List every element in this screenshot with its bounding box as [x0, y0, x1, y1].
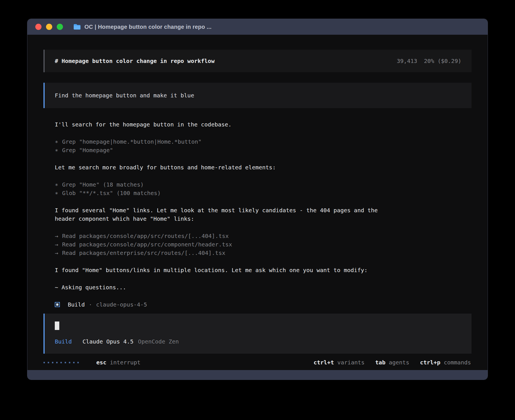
status-bar: esc interrupt ctrl+t variants tab agents…	[43, 358, 472, 367]
tool-call-group: ∗ Grep "homepage|home.*button|Home.*butt…	[55, 137, 472, 154]
tool-call-line: → Read packages/console/app/src/componen…	[55, 240, 472, 249]
task-square-icon	[55, 302, 60, 307]
agent-name: Build	[68, 300, 85, 309]
asterisk-icon: ∗	[55, 146, 62, 154]
tool-call-line: ∗ Glob "**/*.tsx" (100 matches)	[55, 189, 472, 197]
asterisk-icon: ∗	[55, 180, 62, 189]
separator-dot: ·	[89, 300, 92, 309]
status-bar-left: esc interrupt	[43, 358, 141, 367]
assistant-paragraph: I found several "Home" links. Let me loo…	[55, 206, 472, 223]
shortcut-variants: ctrl+t variants	[313, 358, 365, 367]
esc-key-hint: esc	[96, 358, 106, 367]
session-stats: 39,413 20% ($0.29)	[397, 57, 461, 65]
shortcut-label: agents	[389, 358, 409, 367]
arrow-right-icon: →	[55, 232, 62, 240]
shortcut-label: variants	[337, 358, 365, 367]
window-bottom-chrome	[27, 370, 488, 380]
input-model-label: Claude Opus 4.5	[82, 337, 134, 346]
tool-call-text: Glob "**/*.tsx" (100 matches)	[62, 189, 161, 197]
tool-call-line: ∗ Grep "Homepage"	[55, 146, 472, 154]
tool-call-line: → Read packages/enterprise/src/routes/[.…	[55, 249, 472, 257]
minimize-button[interactable]	[46, 24, 52, 30]
terminal-content: # Homepage button color change in repo w…	[27, 35, 488, 370]
shortcut-agents: tab agents	[375, 358, 409, 367]
session-cost: ($0.29)	[438, 57, 461, 65]
tool-call-line: ∗ Grep "Home" (18 matches)	[55, 180, 472, 189]
tool-call-line: ∗ Grep "homepage|home.*button|Home.*butt…	[55, 137, 472, 146]
status-bar-right: ctrl+t variants tab agents ctrl+p comman…	[313, 358, 471, 367]
shortcut-key: tab	[375, 358, 385, 367]
tool-call-group: ∗ Grep "Home" (18 matches) ∗ Glob "**/*.…	[55, 180, 472, 197]
folder-icon	[73, 23, 81, 30]
shortcut-key: ctrl+p	[420, 358, 440, 367]
input-provider-label: OpenCode Zen	[138, 337, 179, 346]
assistant-paragraph: I'll search for the homepage button in t…	[55, 120, 472, 129]
tool-call-text: Read packages/console/app/src/component/…	[62, 240, 232, 249]
terminal-window: OC | Homepage button color change in rep…	[27, 19, 488, 380]
assistant-output: I'll search for the homepage button in t…	[43, 120, 472, 309]
prompt-input[interactable]: Build Claude Opus 4.5 OpenCode Zen	[43, 314, 472, 354]
arrow-right-icon: →	[55, 240, 62, 249]
tool-call-text: Grep "Homepage"	[62, 146, 113, 154]
titlebar[interactable]: OC | Homepage button color change in rep…	[27, 19, 488, 35]
session-header: # Homepage button color change in repo w…	[43, 50, 472, 72]
model-name: claude-opus-4-5	[96, 300, 147, 309]
zoom-button[interactable]	[57, 24, 63, 30]
asterisk-icon: ∗	[55, 137, 62, 146]
input-meta-row: Build Claude Opus 4.5 OpenCode Zen	[55, 337, 461, 346]
assistant-text-line: header component which have "Home" links…	[55, 215, 472, 223]
esc-action-label: interrupt	[110, 358, 140, 367]
asterisk-icon: ∗	[55, 189, 62, 197]
input-agent-label: Build	[55, 337, 72, 346]
tool-call-text: Read packages/console/app/src/routes/[..…	[62, 232, 229, 240]
session-title: # Homepage button color change in repo w…	[55, 57, 215, 65]
shortcut-commands: ctrl+p commands	[420, 358, 471, 367]
assistant-working-line: ~ Asking questions...	[55, 283, 472, 292]
shortcut-label: commands	[444, 358, 471, 367]
spinner-dots-icon	[43, 362, 82, 363]
tool-call-group: → Read packages/console/app/src/routes/[…	[55, 232, 472, 257]
tool-call-text: Grep "Home" (18 matches)	[62, 180, 144, 189]
text-cursor	[55, 321, 59, 330]
arrow-right-icon: →	[55, 249, 62, 257]
tool-call-text: Read packages/enterprise/src/routes/[...…	[62, 249, 225, 257]
close-button[interactable]	[35, 24, 42, 30]
assistant-text-line: I found several "Home" links. Let me loo…	[55, 206, 472, 215]
assistant-paragraph: I found "Home" buttons/links in multiple…	[55, 266, 472, 274]
user-message: Find the homepage button and make it blu…	[43, 83, 472, 108]
tool-call-text: Grep "homepage|home.*button|Home.*button…	[62, 137, 202, 146]
token-count: 39,413	[397, 57, 417, 65]
shortcut-key: ctrl+t	[313, 358, 334, 367]
tool-call-line: → Read packages/console/app/src/routes/[…	[55, 232, 472, 240]
window-title: OC | Homepage button color change in rep…	[84, 24, 211, 30]
assistant-paragraph: Let me search more broadly for buttons a…	[55, 163, 472, 172]
context-percent: 20%	[424, 57, 434, 65]
agent-status-line: Build · claude-opus-4-5	[55, 300, 472, 309]
